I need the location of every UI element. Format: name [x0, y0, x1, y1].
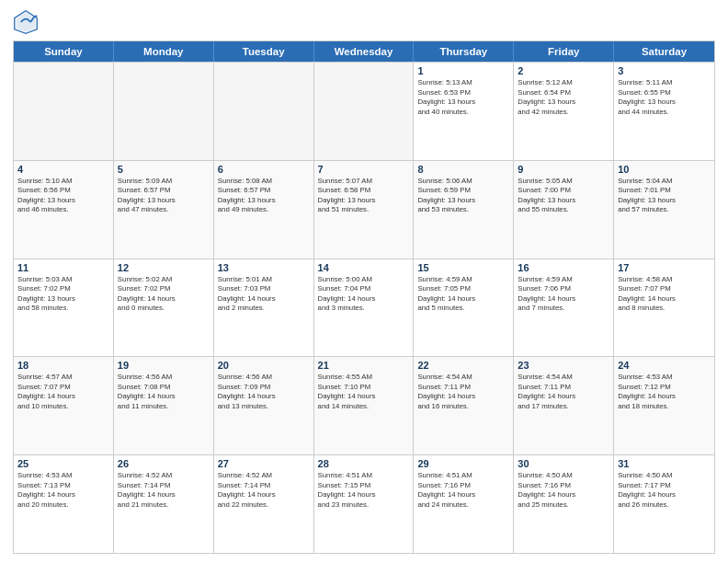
- day-number: 5: [118, 164, 210, 175]
- calendar-cell: 21Sunrise: 4:55 AM Sunset: 7:10 PM Dayli…: [314, 357, 415, 454]
- calendar-cell: [14, 63, 114, 160]
- day-info: Sunrise: 5:05 AM Sunset: 7:00 PM Dayligh…: [518, 177, 609, 215]
- header: [13, 9, 715, 35]
- day-number: 11: [17, 262, 109, 273]
- day-info: Sunrise: 4:59 AM Sunset: 7:06 PM Dayligh…: [518, 275, 609, 314]
- calendar-cell: 6Sunrise: 5:08 AM Sunset: 6:57 PM Daylig…: [214, 161, 314, 259]
- day-info: Sunrise: 4:56 AM Sunset: 7:09 PM Dayligh…: [218, 373, 310, 411]
- calendar-cell: 13Sunrise: 5:01 AM Sunset: 7:03 PM Dayli…: [214, 259, 314, 357]
- calendar-header-row: SundayMondayTuesdayWednesdayThursdayFrid…: [14, 41, 714, 62]
- day-info: Sunrise: 5:00 AM Sunset: 7:04 PM Dayligh…: [318, 275, 410, 314]
- logo-icon: [13, 9, 39, 35]
- day-number: 4: [17, 164, 109, 175]
- day-number: 30: [518, 458, 609, 469]
- day-number: 22: [417, 360, 509, 371]
- calendar: SundayMondayTuesdayWednesdayThursdayFrid…: [13, 40, 715, 554]
- calendar-cell: 11Sunrise: 5:03 AM Sunset: 7:02 PM Dayli…: [14, 259, 114, 357]
- calendar-week-5: 25Sunrise: 4:53 AM Sunset: 7:13 PM Dayli…: [14, 454, 714, 553]
- day-info: Sunrise: 5:04 AM Sunset: 7:01 PM Dayligh…: [618, 177, 711, 215]
- calendar-cell: 22Sunrise: 4:54 AM Sunset: 7:11 PM Dayli…: [414, 357, 514, 454]
- calendar-header-friday: Friday: [514, 41, 614, 62]
- calendar-cell: 23Sunrise: 4:54 AM Sunset: 7:11 PM Dayli…: [514, 357, 614, 454]
- day-info: Sunrise: 4:54 AM Sunset: 7:11 PM Dayligh…: [417, 373, 509, 411]
- calendar-cell: 2Sunrise: 5:12 AM Sunset: 6:54 PM Daylig…: [514, 63, 614, 160]
- day-number: 1: [417, 65, 509, 76]
- calendar-week-2: 4Sunrise: 5:10 AM Sunset: 6:56 PM Daylig…: [14, 160, 714, 259]
- calendar-header-tuesday: Tuesday: [214, 41, 314, 62]
- day-number: 16: [518, 262, 609, 273]
- day-number: 3: [618, 65, 711, 76]
- calendar-header-monday: Monday: [114, 41, 214, 62]
- calendar-body: 1Sunrise: 5:13 AM Sunset: 6:53 PM Daylig…: [14, 62, 714, 553]
- calendar-cell: 4Sunrise: 5:10 AM Sunset: 6:56 PM Daylig…: [14, 161, 114, 259]
- calendar-cell: 14Sunrise: 5:00 AM Sunset: 7:04 PM Dayli…: [314, 259, 415, 357]
- calendar-header-wednesday: Wednesday: [314, 41, 415, 62]
- day-info: Sunrise: 4:52 AM Sunset: 7:14 PM Dayligh…: [218, 471, 310, 510]
- calendar-cell: [314, 63, 415, 160]
- day-info: Sunrise: 5:02 AM Sunset: 7:02 PM Dayligh…: [118, 275, 210, 314]
- day-info: Sunrise: 4:57 AM Sunset: 7:07 PM Dayligh…: [17, 373, 109, 411]
- calendar-cell: 15Sunrise: 4:59 AM Sunset: 7:05 PM Dayli…: [414, 259, 514, 357]
- calendar-header-saturday: Saturday: [614, 41, 714, 62]
- day-info: Sunrise: 4:56 AM Sunset: 7:08 PM Dayligh…: [118, 373, 210, 411]
- calendar-cell: 16Sunrise: 4:59 AM Sunset: 7:06 PM Dayli…: [514, 259, 614, 357]
- day-number: 2: [518, 65, 609, 76]
- day-info: Sunrise: 5:06 AM Sunset: 6:59 PM Dayligh…: [417, 177, 509, 215]
- page: SundayMondayTuesdayWednesdayThursdayFrid…: [0, 0, 728, 563]
- calendar-cell: 1Sunrise: 5:13 AM Sunset: 6:53 PM Daylig…: [414, 63, 514, 160]
- calendar-week-4: 18Sunrise: 4:57 AM Sunset: 7:07 PM Dayli…: [14, 356, 714, 454]
- calendar-cell: 25Sunrise: 4:53 AM Sunset: 7:13 PM Dayli…: [14, 455, 114, 553]
- calendar-cell: 26Sunrise: 4:52 AM Sunset: 7:14 PM Dayli…: [114, 455, 214, 553]
- day-info: Sunrise: 4:53 AM Sunset: 7:12 PM Dayligh…: [618, 373, 711, 411]
- day-info: Sunrise: 4:50 AM Sunset: 7:16 PM Dayligh…: [518, 471, 609, 510]
- calendar-cell: 27Sunrise: 4:52 AM Sunset: 7:14 PM Dayli…: [214, 455, 314, 553]
- day-number: 13: [218, 262, 310, 273]
- day-number: 7: [318, 164, 410, 175]
- calendar-cell: 17Sunrise: 4:58 AM Sunset: 7:07 PM Dayli…: [614, 259, 714, 357]
- day-number: 9: [518, 164, 609, 175]
- day-number: 14: [318, 262, 410, 273]
- day-number: 20: [218, 360, 310, 371]
- calendar-cell: 30Sunrise: 4:50 AM Sunset: 7:16 PM Dayli…: [514, 455, 614, 553]
- day-info: Sunrise: 4:54 AM Sunset: 7:11 PM Dayligh…: [518, 373, 609, 411]
- day-number: 12: [118, 262, 210, 273]
- calendar-header-sunday: Sunday: [14, 41, 114, 62]
- calendar-cell: 20Sunrise: 4:56 AM Sunset: 7:09 PM Dayli…: [214, 357, 314, 454]
- day-info: Sunrise: 5:09 AM Sunset: 6:57 PM Dayligh…: [118, 177, 210, 215]
- day-number: 6: [218, 164, 310, 175]
- day-number: 15: [417, 262, 509, 273]
- day-number: 18: [17, 360, 109, 371]
- calendar-cell: 10Sunrise: 5:04 AM Sunset: 7:01 PM Dayli…: [614, 161, 714, 259]
- day-info: Sunrise: 5:13 AM Sunset: 6:53 PM Dayligh…: [417, 78, 509, 117]
- day-info: Sunrise: 5:01 AM Sunset: 7:03 PM Dayligh…: [218, 275, 310, 314]
- day-number: 19: [118, 360, 210, 371]
- day-info: Sunrise: 4:53 AM Sunset: 7:13 PM Dayligh…: [17, 471, 109, 510]
- day-number: 8: [417, 164, 509, 175]
- calendar-cell: 7Sunrise: 5:07 AM Sunset: 6:58 PM Daylig…: [314, 161, 415, 259]
- day-number: 10: [618, 164, 711, 175]
- day-info: Sunrise: 4:58 AM Sunset: 7:07 PM Dayligh…: [618, 275, 711, 314]
- day-info: Sunrise: 5:03 AM Sunset: 7:02 PM Dayligh…: [17, 275, 109, 314]
- calendar-week-3: 11Sunrise: 5:03 AM Sunset: 7:02 PM Dayli…: [14, 259, 714, 357]
- calendar-week-1: 1Sunrise: 5:13 AM Sunset: 6:53 PM Daylig…: [14, 62, 714, 160]
- calendar-cell: 12Sunrise: 5:02 AM Sunset: 7:02 PM Dayli…: [114, 259, 214, 357]
- calendar-cell: [114, 63, 214, 160]
- calendar-cell: [214, 63, 314, 160]
- calendar-cell: 28Sunrise: 4:51 AM Sunset: 7:15 PM Dayli…: [314, 455, 415, 553]
- day-number: 21: [318, 360, 410, 371]
- calendar-cell: 5Sunrise: 5:09 AM Sunset: 6:57 PM Daylig…: [114, 161, 214, 259]
- day-number: 17: [618, 262, 711, 273]
- day-info: Sunrise: 5:11 AM Sunset: 6:55 PM Dayligh…: [618, 78, 711, 117]
- day-number: 23: [518, 360, 609, 371]
- day-number: 27: [218, 458, 310, 469]
- logo: [13, 9, 42, 35]
- day-number: 25: [17, 458, 109, 469]
- day-number: 29: [417, 458, 509, 469]
- day-number: 31: [618, 458, 711, 469]
- calendar-cell: 19Sunrise: 4:56 AM Sunset: 7:08 PM Dayli…: [114, 357, 214, 454]
- day-number: 24: [618, 360, 711, 371]
- day-info: Sunrise: 5:08 AM Sunset: 6:57 PM Dayligh…: [218, 177, 310, 215]
- calendar-cell: 18Sunrise: 4:57 AM Sunset: 7:07 PM Dayli…: [14, 357, 114, 454]
- calendar-cell: 29Sunrise: 4:51 AM Sunset: 7:16 PM Dayli…: [414, 455, 514, 553]
- day-info: Sunrise: 4:55 AM Sunset: 7:10 PM Dayligh…: [318, 373, 410, 411]
